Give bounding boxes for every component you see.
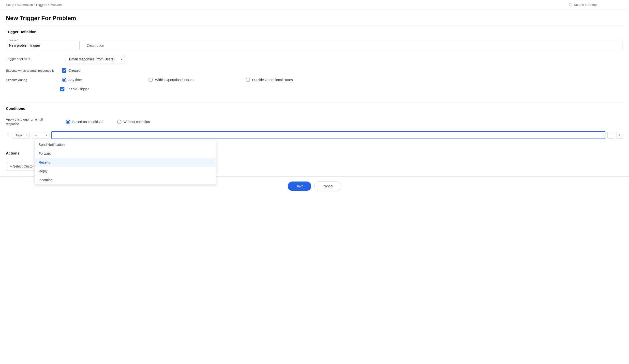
enable-trigger-row: Enable Trigger: [60, 87, 623, 91]
within-operational-radio-group[interactable]: Within Operational Hours: [149, 78, 193, 82]
dropdown-item-send-notification[interactable]: Send Notification: [35, 140, 216, 149]
enable-check-icon: [61, 88, 64, 91]
execute-during-options: Any time Within Operational Hours Outsid…: [62, 78, 293, 82]
remove-filter-button[interactable]: −: [607, 132, 614, 139]
dropdown-item-reply[interactable]: Reply: [35, 167, 216, 176]
name-label: Name *: [8, 39, 19, 42]
enable-trigger-label: Enable Trigger: [66, 87, 89, 91]
applies-to-select[interactable]: Email responses (from Users) Tickets Pro…: [66, 55, 125, 63]
save-button[interactable]: Save: [288, 182, 311, 191]
apply-trigger-options: Based on conditions Without condition: [66, 120, 150, 124]
created-checkbox-group[interactable]: Created: [62, 68, 81, 73]
any-time-radio-dot: [63, 79, 65, 81]
applies-to-controls: Email responses (from Users) Tickets Pro…: [66, 55, 125, 63]
within-operational-radio[interactable]: [149, 78, 153, 82]
any-time-radio-group[interactable]: Any time: [62, 78, 82, 82]
filter-dropdown: Send Notification Forward Resend Reply I…: [34, 140, 216, 185]
based-on-conditions-radio[interactable]: [66, 120, 70, 124]
without-condition-radio-group[interactable]: Without condition: [117, 120, 150, 124]
outside-operational-label: Outside Operational Hours: [252, 78, 293, 82]
search-input[interactable]: [574, 3, 623, 7]
page-title: New Trigger For Problem: [0, 10, 629, 25]
filter-value-input[interactable]: [51, 131, 605, 139]
type-select-wrapper[interactable]: Type: [13, 132, 30, 139]
any-time-label: Any time: [68, 78, 82, 82]
name-input[interactable]: [6, 41, 80, 50]
breadcrumb: Setup / Automation / Triggers / Problem: [6, 3, 62, 7]
name-description-row: Name *: [6, 41, 623, 50]
conditions-section: Conditions Apply this trigger on emailre…: [0, 102, 629, 147]
search-icon: [569, 3, 572, 7]
apply-trigger-row: Apply this trigger on emailresponse Base…: [6, 117, 623, 126]
check-icon: [63, 69, 66, 72]
enable-trigger-checkbox[interactable]: [60, 87, 64, 91]
created-checkbox[interactable]: [62, 68, 66, 73]
applies-to-label: Trigger applies to: [6, 55, 60, 61]
dropdown-item-forward[interactable]: Forward: [35, 149, 216, 158]
drag-handle-icon[interactable]: ⠿: [6, 132, 11, 139]
without-condition-radio[interactable]: [117, 120, 122, 124]
top-bar: Setup / Automation / Triggers / Problem: [0, 0, 629, 10]
trigger-definition-section: Trigger Definition Name * Trigger applie…: [0, 25, 629, 102]
applies-to-select-wrapper[interactable]: Email responses (from Users) Tickets Pro…: [66, 55, 125, 63]
condition-filter-row: ⠿ Type is is not − + Send Notification F…: [6, 131, 623, 139]
apply-trigger-label: Apply this trigger on emailresponse: [6, 117, 60, 126]
add-filter-button[interactable]: +: [616, 132, 623, 139]
conditions-header: Conditions: [6, 102, 623, 113]
execute-during-label: Execute during: [6, 78, 60, 82]
dropdown-item-incoming[interactable]: Incoming: [35, 176, 216, 184]
required-indicator: *: [17, 39, 18, 42]
execute-when-row: Execute when a email response is Created: [6, 68, 623, 73]
outside-operational-radio[interactable]: [246, 78, 250, 82]
operator-select[interactable]: is is not: [32, 132, 49, 139]
execute-during-row: Execute during Any time Within Operation…: [6, 78, 623, 82]
name-field-wrapper: Name *: [6, 41, 80, 50]
type-select[interactable]: Type: [13, 132, 30, 139]
dropdown-item-resend[interactable]: Resend: [35, 158, 216, 167]
trigger-definition-header: Trigger Definition: [6, 25, 623, 37]
based-on-conditions-label: Based on conditions: [72, 120, 103, 124]
description-input[interactable]: [84, 41, 623, 50]
breadcrumb-text: Setup / Automation / Triggers / Problem: [6, 3, 62, 7]
outside-operational-radio-group[interactable]: Outside Operational Hours: [246, 78, 293, 82]
without-condition-label: Without condition: [124, 120, 150, 124]
within-operational-label: Within Operational Hours: [155, 78, 193, 82]
execute-when-label: Execute when a email response is: [6, 69, 60, 73]
based-on-conditions-radio-group[interactable]: Based on conditions: [66, 120, 103, 124]
search-area[interactable]: [549, 3, 623, 7]
cancel-button[interactable]: Cancel: [314, 182, 341, 191]
trigger-applies-row: Trigger applies to Email responses (from…: [6, 55, 623, 63]
based-on-conditions-dot: [67, 121, 69, 123]
any-time-radio[interactable]: [62, 78, 66, 82]
created-label: Created: [68, 69, 81, 73]
operator-select-wrapper[interactable]: is is not: [32, 132, 49, 139]
